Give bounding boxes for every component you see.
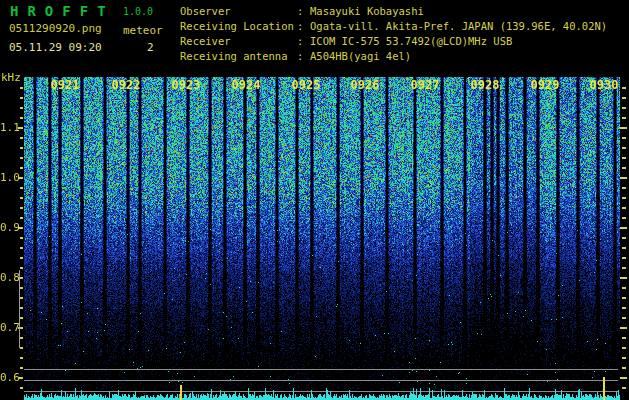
freq-axis-tick-right [622,237,626,239]
info-colon: : [297,4,310,19]
freq-axis-tick-left [20,147,23,149]
freq-axis-tick-left [20,167,23,169]
freq-axis-tick-right [620,177,627,179]
freq-axis-tick-left [18,277,23,279]
info-value: A504HB(yagi 4el) [310,49,411,64]
freq-axis-tick-left [20,347,23,349]
freq-tick-label: 1.1 [0,121,18,134]
freq-axis-tick-right [622,257,626,259]
info-colon: : [297,19,310,34]
station-info-table: Observer : Masayuki Kobayashi Receiving … [180,4,607,64]
freq-axis-tick-right [620,227,627,229]
freq-axis-tick-right [622,97,626,99]
freq-unit-label: kHz [1,71,21,84]
freq-axis-tick-left [20,247,23,249]
freq-axis-tick-right [620,277,627,279]
freq-axis-tick-left [20,157,23,159]
app-version: 1.0.0 [123,6,153,17]
freq-axis-tick-right [622,247,626,249]
freq-axis-tick-right [622,137,626,139]
freq-tick-label: 0.6 [0,371,18,384]
info-row-receiver: Receiver : ICOM IC-575 53.7492(@LCD)MHz … [180,34,607,49]
info-value: Ogata-vill. Akita-Pref. JAPAN (139.96E, … [310,19,607,34]
freq-axis-tick-left [20,307,23,309]
freq-axis-tick-left [20,87,23,89]
app-title: HROFFT [10,3,115,19]
freq-axis-tick-right [622,267,626,269]
freq-tick-label: 0.8 [0,271,18,284]
freq-axis-tick-left [20,267,23,269]
freq-axis-tick-right [622,147,626,149]
freq-axis-tick-right [622,87,626,89]
freq-axis-tick-left [20,187,23,189]
freq-tick-label: 0.7 [0,321,18,334]
freq-axis-tick-left [20,197,23,199]
datetime-label: 05.11.29 09:20 [9,41,102,54]
freq-axis-tick-right [622,157,626,159]
freq-axis-tick-right [622,387,626,389]
info-colon: : [297,49,310,64]
freq-axis-tick-left [20,297,23,299]
output-filename: 0511290920.png [9,22,102,35]
freq-axis-tick-left [18,177,23,179]
freq-axis-tick-right [622,207,626,209]
freq-axis-tick-left [20,387,23,389]
freq-axis-tick-left [18,327,23,329]
freq-axis-tick-right [622,287,626,289]
freq-axis-tick-left [20,337,23,339]
freq-axis-tick-right [622,347,626,349]
info-row-observer: Observer : Masayuki Kobayashi [180,4,607,19]
freq-axis-tick-left [20,287,23,289]
freq-tick-label: 0.9 [0,221,18,234]
freq-axis-tick-right [622,107,626,109]
freq-axis-tick-left [20,257,23,259]
info-colon: : [297,34,310,49]
freq-axis-tick-right [622,367,626,369]
mode-label: meteor [123,24,163,37]
info-row-receiving-location: Receiving Location : Ogata-vill. Akita-P… [180,19,607,34]
info-label: Receiver [180,34,297,49]
freq-axis-tick-left [20,217,23,219]
freq-axis-tick-left [20,317,23,319]
echo-count: 2 [147,41,154,54]
freq-axis-tick-left [20,107,23,109]
info-label: Receiving antenna [180,49,297,64]
freq-axis-tick-left [18,227,23,229]
freq-axis-tick-left [20,207,23,209]
freq-axis-tick-left [18,377,23,379]
freq-axis-tick-right [622,117,626,119]
freq-axis-tick-left [20,117,23,119]
spectrogram-canvas [24,77,620,400]
freq-axis-tick-left [20,237,23,239]
freq-axis-tick-right [622,197,626,199]
freq-axis-tick-left [20,357,23,359]
freq-axis-tick-right [620,377,627,379]
freq-axis-tick-left [20,367,23,369]
info-label: Observer [180,4,297,19]
freq-axis-tick-right [622,357,626,359]
info-value: ICOM IC-575 53.7492(@LCD)MHz USB [310,34,512,49]
freq-axis-tick-right [620,127,627,129]
calibration-marker [19,270,20,348]
freq-axis-tick-right [622,307,626,309]
freq-axis-tick-right [622,297,626,299]
info-row-receiving-antenna: Receiving antenna : A504HB(yagi 4el) [180,49,607,64]
freq-axis-tick-left [20,137,23,139]
freq-axis-tick-left [20,97,23,99]
freq-axis-tick-right [622,337,626,339]
freq-axis-tick-right [620,327,627,329]
freq-tick-label: 1.0 [0,171,18,184]
freq-axis-tick-right [622,217,626,219]
hrofft-window: HROFFT 1.0.0 0511290920.png meteor 05.11… [0,0,629,400]
freq-axis-tick-right [622,167,626,169]
info-value: Masayuki Kobayashi [310,4,424,19]
info-label: Receiving Location [180,19,297,34]
freq-axis-tick-left [18,127,23,129]
freq-axis-tick-right [622,187,626,189]
freq-axis-tick-right [622,317,626,319]
